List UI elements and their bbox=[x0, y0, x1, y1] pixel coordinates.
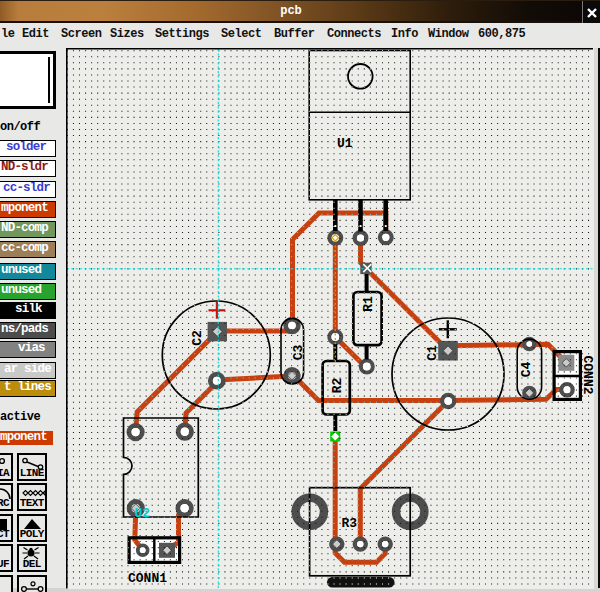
svg-text:C4: C4 bbox=[519, 361, 534, 377]
svg-text:U1: U1 bbox=[337, 135, 353, 150]
svg-text:C1: C1 bbox=[425, 345, 440, 361]
svg-text:R1: R1 bbox=[361, 296, 376, 312]
svg-text:R2: R2 bbox=[330, 377, 345, 393]
svg-text:R3: R3 bbox=[342, 516, 358, 531]
svg-text:U2: U2 bbox=[135, 505, 151, 520]
svg-text:CONN1: CONN1 bbox=[128, 570, 167, 585]
svg-text:C3: C3 bbox=[291, 344, 306, 360]
svg-text:C2: C2 bbox=[190, 330, 205, 346]
svg-text:CONN2: CONN2 bbox=[580, 355, 594, 394]
